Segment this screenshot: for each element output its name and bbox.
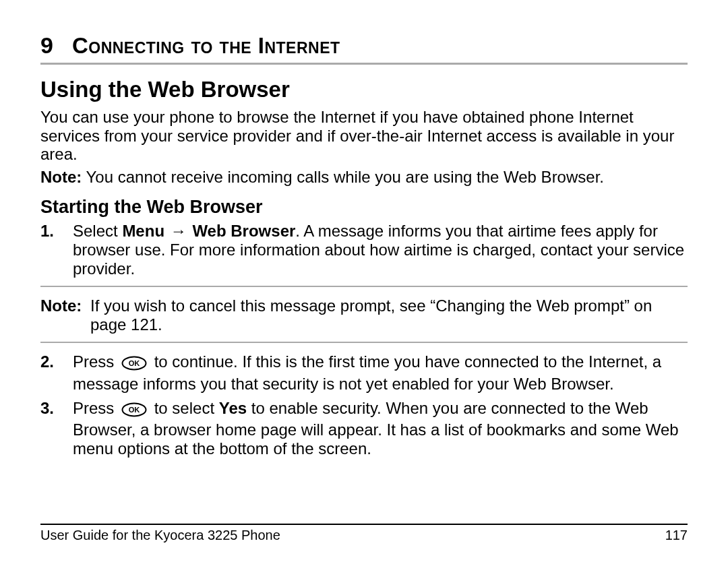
note-label: Note:: [40, 168, 82, 186]
step-1: 1. Select Menu → Web Browser. A message …: [40, 222, 688, 278]
page-footer: User Guide for the Kyocera 3225 Phone 11…: [40, 524, 688, 543]
note-text: You cannot receive incoming calls while …: [82, 168, 604, 186]
step-marker: 2.: [40, 352, 73, 393]
intro-note: Note: You cannot receive incoming calls …: [40, 168, 688, 187]
step-3: 3. Press OK to select Yes to enable secu…: [40, 399, 688, 458]
note-text: If you wish to cancel this message promp…: [90, 296, 688, 334]
step-content: Press OK to select Yes to enable securit…: [73, 399, 688, 458]
step-content: Select Menu → Web Browser. A message inf…: [73, 222, 688, 278]
step-2: 2. Press OK to continue. If this is the …: [40, 352, 688, 393]
chapter-title: Connecting to the Internet: [72, 33, 340, 59]
divider: [40, 286, 688, 287]
step-marker: 1.: [40, 222, 73, 278]
svg-text:OK: OK: [129, 359, 140, 367]
ok-icon: OK: [121, 356, 147, 375]
manual-page: 9 Connecting to the Internet Using the W…: [0, 0, 728, 562]
divider: [40, 342, 688, 343]
section-heading: Using the Web Browser: [40, 77, 688, 102]
step-marker: 3.: [40, 399, 73, 458]
ok-icon: OK: [121, 402, 147, 421]
mid-note: Note: If you wish to cancel this message…: [40, 296, 688, 334]
step-content: Press OK to continue. If this is the fir…: [73, 352, 688, 393]
subsection-heading: Starting the Web Browser: [40, 197, 688, 218]
svg-text:OK: OK: [129, 406, 140, 414]
intro-paragraph: You can use your phone to browse the Int…: [40, 108, 688, 164]
footer-title: User Guide for the Kyocera 3225 Phone: [40, 528, 280, 543]
chapter-number: 9: [40, 32, 53, 59]
chapter-heading: 9 Connecting to the Internet: [40, 32, 688, 59]
note-label: Note:: [40, 296, 90, 334]
page-number: 117: [665, 528, 688, 543]
divider: [40, 63, 688, 65]
